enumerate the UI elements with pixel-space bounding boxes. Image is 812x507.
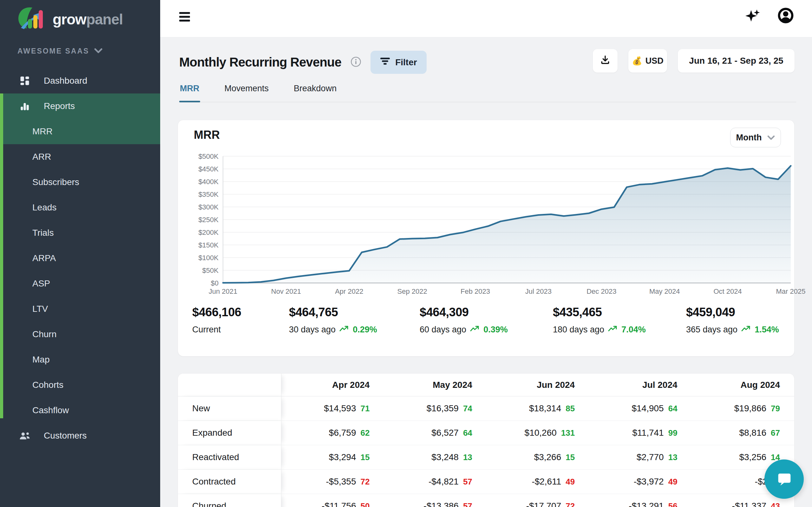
tab-breakdown[interactable]: Breakdown xyxy=(293,79,337,102)
ai-sparkle-icon[interactable] xyxy=(744,7,762,26)
svg-text:$500K: $500K xyxy=(198,153,218,160)
stat-item: $459,049 365 days ago 1.54% xyxy=(686,305,779,335)
table-cell: $3,24813 xyxy=(384,445,486,469)
sidebar-item-arpa[interactable]: ARPA xyxy=(0,245,160,271)
table-cell: $3,26615 xyxy=(487,445,589,469)
sidebar: growpanel AWESOME SAAS Dashboard Reports… xyxy=(0,0,160,507)
table-cell: $18,31485 xyxy=(487,396,589,420)
sidebar-item-label: Leads xyxy=(32,203,56,213)
svg-text:$100K: $100K xyxy=(198,254,218,262)
sidebar-item-label: ARR xyxy=(32,152,51,162)
workspace-switcher[interactable]: AWESOME SAAS xyxy=(17,47,102,55)
svg-text:$200K: $200K xyxy=(198,228,218,236)
stat-value: $464,765 xyxy=(289,305,377,319)
table-header: Apr 2024May 2024Jun 2024Jul 2024Aug 2024 xyxy=(178,374,794,396)
sidebar-item-label: MRR xyxy=(32,126,53,136)
svg-text:Oct 2024: Oct 2024 xyxy=(713,287,742,295)
filter-button[interactable]: Filter xyxy=(370,51,426,74)
sidebar-item-customers[interactable]: Customers xyxy=(0,423,160,448)
table-cell: $8,81667 xyxy=(692,421,794,445)
table-cell: -$13,29156 xyxy=(589,494,692,507)
stat-item: $466,106 Current xyxy=(192,305,241,335)
sidebar-item-ltv[interactable]: LTV xyxy=(0,296,160,322)
table-cell: $14,90564 xyxy=(589,396,692,420)
sidebar-item-label: Map xyxy=(32,354,49,365)
sidebar-item-reports[interactable]: Reports xyxy=(0,94,160,119)
sidebar-item-churn[interactable]: Churn xyxy=(0,322,160,347)
currency-label: USD xyxy=(646,56,664,66)
mrr-area-chart[interactable]: $500K$450K$400K$350K$300K$250K$200K$150K… xyxy=(184,152,793,301)
sidebar-item-asp[interactable]: ASP xyxy=(0,271,160,296)
sidebar-item-trials[interactable]: Trials xyxy=(0,220,160,245)
row-label-cell: Expanded xyxy=(178,421,281,445)
movements-table-card: Apr 2024May 2024Jun 2024Jul 2024Aug 2024… xyxy=(177,373,795,507)
sidebar-item-label: Reports xyxy=(44,101,75,111)
sidebar-item-label: Cashflow xyxy=(32,405,69,415)
table-column-header-apr-2024: Apr 2024 xyxy=(281,374,384,396)
sidebar-item-mrr[interactable]: MRR xyxy=(0,119,160,144)
table-column-header-jul-2024: Jul 2024 xyxy=(589,374,692,396)
stat-label: 30 days ago xyxy=(289,325,336,335)
trend-up-icon xyxy=(339,325,349,335)
app-logo[interactable]: growpanel xyxy=(16,6,123,33)
table-cell: $14,59371 xyxy=(281,396,384,420)
sidebar-item-cohorts[interactable]: Cohorts xyxy=(0,372,160,398)
table-row-churned: Churned -$11,75650-$13,38657-$17,70772-$… xyxy=(178,494,794,507)
table-cell: $6,52764 xyxy=(384,421,486,445)
svg-text:Sep 2022: Sep 2022 xyxy=(397,287,427,295)
sidebar-item-label: Cohorts xyxy=(32,380,63,390)
svg-text:$350K: $350K xyxy=(198,190,218,199)
table-cell: -$5,35572 xyxy=(281,469,384,494)
sidebar-item-label: Dashboard xyxy=(44,76,87,86)
sidebar-item-leads[interactable]: Leads xyxy=(0,195,160,220)
svg-text:$300K: $300K xyxy=(198,203,218,211)
chart-card-title: MRR xyxy=(194,128,220,142)
stat-label: Current xyxy=(192,325,221,335)
chat-widget-button[interactable] xyxy=(764,459,804,499)
svg-text:Nov 2021: Nov 2021 xyxy=(271,287,301,295)
sidebar-item-label: ASP xyxy=(32,279,50,289)
sidebar-item-map[interactable]: Map xyxy=(0,347,160,372)
download-button[interactable] xyxy=(593,49,618,72)
svg-text:Jun 2021: Jun 2021 xyxy=(209,287,238,295)
topbar xyxy=(160,0,812,38)
trend-up-icon xyxy=(741,325,751,335)
page-title: Monthly Recurring Revenue xyxy=(179,55,341,69)
reports-submenu: MRRARRSubscribersLeadsTrialsARPAASPLTVCh… xyxy=(0,119,160,423)
table-cell: $3,29415 xyxy=(281,445,384,469)
tabs: MRRMovementsBreakdown xyxy=(179,79,796,102)
stat-label: 365 days ago xyxy=(686,325,738,335)
sidebar-item-subscribers[interactable]: Subscribers xyxy=(0,170,160,195)
sidebar-item-label: Subscribers xyxy=(32,177,79,187)
table-cell: $19,86679 xyxy=(692,396,794,420)
table-column-header-may-2024: May 2024 xyxy=(384,374,486,396)
active-section-indicator xyxy=(0,94,3,418)
menu-icon[interactable] xyxy=(179,12,190,23)
tab-movements[interactable]: Movements xyxy=(224,79,270,102)
money-bag-icon: 💰 xyxy=(632,56,642,66)
svg-text:Jul 2023: Jul 2023 xyxy=(525,287,552,295)
filter-icon xyxy=(380,57,390,67)
stat-change-percent: 0.39% xyxy=(484,325,508,335)
trend-up-icon xyxy=(608,325,618,335)
sidebar-item-label: Customers xyxy=(44,431,87,441)
svg-text:$0: $0 xyxy=(211,279,218,287)
sidebar-item-dashboard[interactable]: Dashboard xyxy=(0,68,160,94)
stat-change-percent: 0.29% xyxy=(353,325,377,335)
info-icon[interactable] xyxy=(350,56,362,69)
granularity-select[interactable]: Month xyxy=(730,128,781,147)
chat-bubble-icon xyxy=(774,469,794,490)
table-header-empty-cell xyxy=(178,374,281,396)
stat-item: $464,309 60 days ago 0.39% xyxy=(420,305,508,335)
sidebar-item-arr[interactable]: ARR xyxy=(0,144,160,170)
workspace-name: AWESOME SAAS xyxy=(17,47,89,55)
svg-text:Dec 2023: Dec 2023 xyxy=(587,287,616,295)
currency-button[interactable]: 💰 USD xyxy=(628,49,667,72)
tab-label: Breakdown xyxy=(294,83,337,93)
stat-item: $435,465 180 days ago 7.04% xyxy=(553,305,646,335)
sidebar-item-cashflow[interactable]: Cashflow xyxy=(0,398,160,423)
main-content: Monthly Recurring Revenue Filter 💰 USD J… xyxy=(160,0,812,507)
user-avatar-icon[interactable] xyxy=(778,8,794,25)
date-range-button[interactable]: Jun 16, 21 - Sep 23, 25 xyxy=(678,49,795,72)
tab-mrr[interactable]: MRR xyxy=(179,79,200,102)
